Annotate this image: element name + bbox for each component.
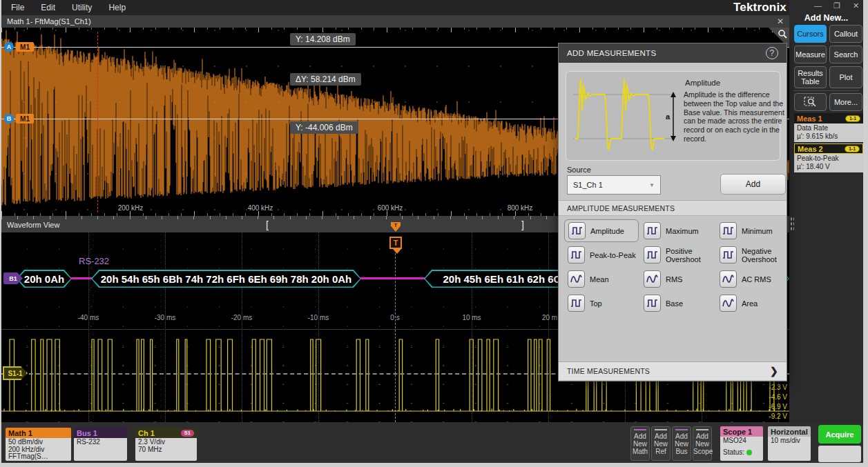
status-green-dot — [746, 450, 752, 455]
dialog-title: ADD MEASUREMENTS — [567, 49, 656, 57]
trigger-marker-top[interactable]: T — [391, 222, 401, 232]
time-label: -10 ms — [308, 314, 329, 321]
volt-label: -6.9 V — [755, 403, 787, 410]
zoom-select-button[interactable] — [794, 93, 827, 111]
window-frame — [0, 463, 868, 467]
meas2-card[interactable]: Meas 2 1-1 Peak-to-Peak µ': 18.40 V — [794, 143, 863, 172]
bus-packet: 20h 54h 65h 6Bh 74h 72h 6Fh 6Eh 69h 78h … — [91, 270, 361, 288]
time-label: -40 ms — [78, 314, 99, 321]
add-new-ref-button[interactable]: Add New Ref — [651, 426, 671, 461]
measurement-preview-panel: a Amplitude Amplitude is the difference … — [566, 71, 780, 161]
window-minimize-button[interactable]: — — [814, 1, 822, 10]
bus-idle-line — [360, 277, 425, 279]
math1-name: Math 1 — [8, 429, 32, 437]
window-frame — [863, 0, 868, 467]
add-measurement-button[interactable]: Add — [720, 174, 786, 195]
measurement-item-positive-overshoot[interactable]: Positive Overshoot — [640, 244, 715, 266]
window-close-button[interactable]: ✕ — [853, 1, 859, 10]
more-button[interactable]: More... — [829, 93, 862, 111]
scope1-tile[interactable]: Scope 1 MSO24 Status: — [720, 426, 763, 461]
tektronix-logo: Tektronix — [733, 1, 787, 14]
ch1-tile[interactable]: Ch 1 S1 2.3 V/div 70 MHz — [135, 428, 197, 461]
source-value: S1_Ch 1 — [573, 181, 603, 189]
preview-measurement-description: Amplitude is the difference between the … — [684, 90, 784, 143]
fft-view-titlebar: Math 1- FftMag(S1_Ch1) ✕ — [1, 15, 789, 28]
add-results-table-button[interactable]: Results Table — [794, 66, 827, 88]
add-callout-button[interactable]: Callout — [829, 25, 862, 43]
acquire-button[interactable]: Acquire — [818, 425, 861, 444]
cursor-dy-readout: ΔY: 58.214 dBm — [290, 73, 361, 86]
measurement-item-negative-overshoot[interactable]: Negative Overshoot — [716, 244, 791, 266]
add-plot-button[interactable]: Plot — [829, 66, 862, 88]
add-measure-button[interactable]: Measure — [794, 46, 827, 63]
math1-scale: 50 dBm/div — [8, 439, 68, 446]
menu-file[interactable]: File — [11, 3, 24, 12]
math1-tile[interactable]: Math 1 50 dBm/div 200 kHz/div FFTmag(S… — [6, 428, 71, 461]
measurement-pulse-icon — [644, 295, 661, 312]
bus1-type: RS-232 — [77, 439, 124, 446]
vertical-cursor-line[interactable] — [97, 32, 98, 212]
add-new-title: Add New... — [789, 13, 863, 23]
measurement-item-mean[interactable]: Mean — [564, 268, 639, 290]
expand-chevron-icon: ❯ — [770, 366, 778, 377]
bus-packet: 20h 0Ah — [17, 270, 72, 288]
ch1-scale: 2.3 V/div — [138, 439, 194, 446]
source-dropdown[interactable]: S1_Ch 1 ▼ — [567, 175, 661, 195]
time-label: -30 ms — [155, 314, 176, 321]
trigger-flag[interactable]: T — [389, 237, 402, 249]
measurement-item-minimum[interactable]: Minimum — [716, 219, 791, 242]
dialog-titlebar: ADD MEASUREMENTS ? — [559, 43, 787, 63]
blank-button[interactable] — [818, 446, 861, 462]
meas1-type: Data Rate — [797, 124, 860, 132]
horizontal-tile[interactable]: Horizontal 10 ms/div — [768, 426, 811, 461]
add-new-scope-button[interactable]: Add New Scope — [693, 426, 712, 461]
add-new-math-button[interactable]: Add New Math — [630, 426, 650, 461]
menu-edit[interactable]: Edit — [41, 3, 55, 12]
menu-utility[interactable]: Utility — [72, 3, 92, 12]
math1-func: FFTmag(S… — [8, 453, 68, 461]
measurement-item-amplitude[interactable]: Amplitude — [564, 219, 639, 242]
measurement-item-rms[interactable]: RMS — [640, 268, 715, 290]
add-search-button[interactable]: Search — [829, 46, 862, 63]
menu-help[interactable]: Help — [108, 3, 126, 12]
zoom-window-right-bracket[interactable]: ] — [521, 219, 524, 230]
measurement-sine-icon — [720, 270, 737, 288]
volt-label: -2.3 V — [755, 384, 787, 391]
cursor-a-source-tag: M1 — [16, 42, 34, 52]
cursor-y1-readout: Y: 14.208 dBm — [290, 33, 356, 46]
cursor-a-circle: A — [4, 42, 14, 52]
cursor-b-circle: B — [4, 114, 14, 123]
scope1-model: MSO24 — [723, 437, 760, 445]
add-cursors-button[interactable]: Cursors — [794, 25, 827, 43]
measurement-item-maximum[interactable]: Maximum — [640, 219, 715, 242]
meas2-source-badge: 1-1 — [845, 146, 860, 152]
amplitude-annotation: a — [666, 112, 671, 121]
add-new-bus-button[interactable]: Add New Bus — [672, 426, 691, 461]
scope1-name: Scope 1 — [723, 428, 752, 436]
measurement-pulse-icon — [644, 246, 661, 264]
freq-label-600: 600 kHz — [378, 204, 403, 212]
waveform-view-title: Waveform View — [7, 221, 59, 229]
menu-bar: File Edit Utility Help Tektronix — [1, 0, 789, 15]
measurement-item-base[interactable]: Base — [640, 292, 715, 315]
measurement-item-ac-rms[interactable]: AC RMS — [716, 268, 791, 290]
measurement-item-area[interactable]: Area — [716, 292, 791, 315]
meas1-card[interactable]: Meas 1 1-1 Data Rate µ': 9.615 kb/s — [794, 113, 863, 142]
measurement-item-top[interactable]: Top — [564, 292, 639, 315]
measurement-pulse-icon — [720, 246, 737, 264]
meas2-type: Peak-to-Peak — [797, 155, 860, 163]
time-measurements-header[interactable]: TIME MEASUREMENTS ❯ — [559, 361, 787, 380]
bus1-name: Bus 1 — [77, 429, 97, 437]
meas1-value: µ': 9.615 kb/s — [797, 132, 860, 141]
help-icon[interactable]: ? — [766, 47, 778, 59]
fft-close-icon[interactable]: ✕ — [777, 17, 784, 26]
tektronix-scope-app: File Edit Utility Help Tektronix Math 1-… — [0, 0, 868, 467]
zoom-window-left-bracket[interactable]: [ — [266, 219, 269, 230]
measurement-pulse-icon — [568, 246, 585, 264]
bus1-tile[interactable]: Bus 1 RS-232 — [74, 428, 127, 461]
window-maximize-button[interactable]: ❐ — [833, 1, 840, 10]
amplitude-preview-graphic: a — [569, 72, 683, 161]
time-label: 20 m — [542, 314, 557, 321]
magnifier-icon — [778, 29, 787, 39]
measurement-item-peak-to-peak[interactable]: Peak-to-Peak — [564, 244, 639, 266]
